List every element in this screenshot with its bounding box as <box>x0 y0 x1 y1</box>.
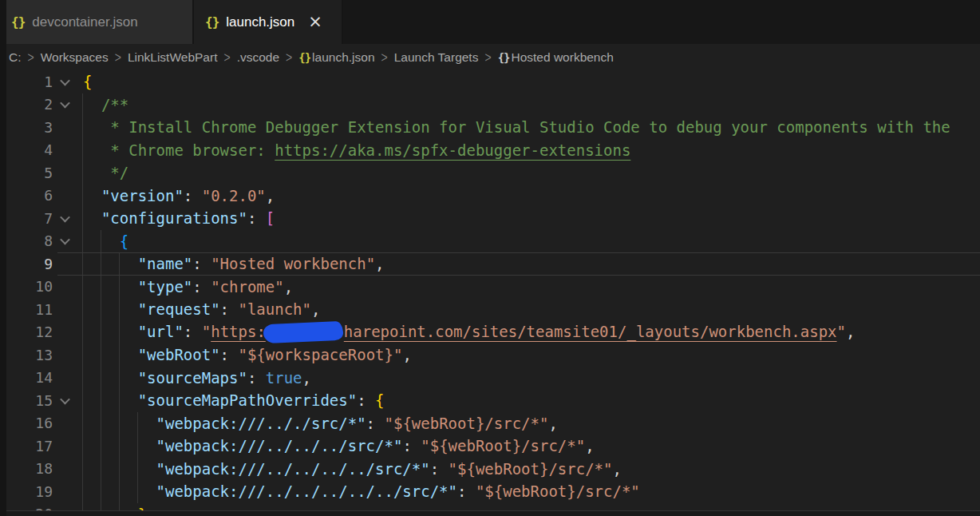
code-line[interactable]: 3 * Install Chrome Debugger Extension fo… <box>0 116 980 139</box>
gutter: 4 <box>0 139 77 162</box>
fold-chevron-icon[interactable] <box>60 394 70 404</box>
line-number: 17 <box>0 438 53 454</box>
code-token: , <box>302 369 311 387</box>
code-token: , <box>311 300 320 318</box>
line-number: 6 <box>0 187 53 204</box>
code-line[interactable]: 11 "request": "launch", <box>0 298 980 321</box>
breadcrumb-separator-icon: > <box>27 50 35 65</box>
tab-launch.json[interactable]: {}launch.json× <box>194 0 343 44</box>
breadcrumb-item-hosted-workbench[interactable]: {}Hosted workbench <box>498 50 614 65</box>
code-line-content[interactable]: "webpack:///../../../../../src/*": "${we… <box>77 482 640 500</box>
code-line[interactable]: 5 */ <box>0 161 980 185</box>
code-token: "${webRoot}/src/*" <box>476 482 640 500</box>
code-line[interactable]: 12 "url": "https:harepoint.com/sites/tea… <box>0 321 980 344</box>
fold-column <box>53 78 77 85</box>
tab-label: launch.json <box>226 14 294 30</box>
line-number: 14 <box>0 369 53 386</box>
code-line-content[interactable]: "webpack:///../../../src/*": "${webRoot}… <box>77 437 595 454</box>
line-number: 7 <box>0 210 53 227</box>
tab-label: devcontainer.json <box>32 14 137 30</box>
code-line-content[interactable]: * Install Chrome Debugger Extension for … <box>77 118 950 136</box>
breadcrumb-item-c-[interactable]: C: <box>9 50 22 65</box>
code-line-content[interactable]: { <box>77 73 92 90</box>
code-line-content[interactable]: "version": "0.2.0", <box>77 187 275 204</box>
code-token: "sourceMaps" <box>83 369 247 387</box>
code-line[interactable]: 17 "webpack:///../../../src/*": "${webRo… <box>0 435 980 458</box>
breadcrumb-label: Hosted workbench <box>511 50 613 64</box>
json-file-icon: {} <box>11 14 25 30</box>
code-line-content[interactable]: { <box>77 232 128 250</box>
code-line-content[interactable]: "sourceMapPathOverrides": { <box>77 391 385 409</box>
code-line-content[interactable]: "webpack:///.././src/*": "${webRoot}/src… <box>77 415 558 432</box>
line-number: 9 <box>0 256 53 272</box>
code-line-content[interactable]: "configurations": [ <box>77 209 275 227</box>
code-token: : <box>192 278 211 296</box>
code-token: , <box>266 187 275 204</box>
code-line-content[interactable]: "sourceMaps": true, <box>77 369 311 387</box>
code-line-content[interactable]: "name": "Hosted workbench", <box>77 255 385 272</box>
code-line-content[interactable]: * Chrome browser: https://aka.ms/spfx-de… <box>77 141 630 159</box>
code-line[interactable]: 19 "webpack:///../../../../../src/*": "$… <box>0 480 980 503</box>
code-line[interactable]: 2 /** <box>0 93 980 117</box>
code-token: " <box>202 323 211 340</box>
code-line[interactable]: 10 "type": "chrome", <box>0 276 980 299</box>
fold-chevron-icon[interactable] <box>60 212 70 222</box>
code-line-content[interactable]: /** <box>77 96 128 113</box>
line-number: 11 <box>0 301 53 318</box>
breadcrumb-separator-icon: > <box>223 50 231 65</box>
breadcrumb-item-launch-json[interactable]: {}launch.json <box>298 50 374 65</box>
gutter: 3 <box>0 116 77 139</box>
line-number: 13 <box>0 347 53 363</box>
code-editor[interactable]: 1{2 /**3 * Install Chrome Debugger Exten… <box>0 70 980 516</box>
gutter: 7 <box>0 207 77 230</box>
code-token: : <box>430 460 449 478</box>
code-token: "${webRoot}/src/*" <box>421 437 585 454</box>
fold-chevron-icon[interactable] <box>60 235 70 245</box>
code-line[interactable]: 8 { <box>0 230 980 253</box>
json-file-icon: {} <box>205 14 219 30</box>
code-line[interactable]: 16 "webpack:///.././src/*": "${webRoot}/… <box>0 412 980 435</box>
code-line-content[interactable]: */ <box>77 164 128 181</box>
gutter: 11 <box>0 298 77 321</box>
gutter: 17 <box>0 435 77 458</box>
code-token: "launch" <box>238 300 311 318</box>
code-token: "request" <box>83 300 220 318</box>
code-line[interactable]: 18 "webpack:///../../../../src/*": "${we… <box>0 458 980 481</box>
gutter: 16 <box>0 412 77 435</box>
code-line[interactable]: 14 "sourceMaps": true, <box>0 367 980 390</box>
code-line[interactable]: 15 "sourceMapPathOverrides": { <box>0 389 980 412</box>
code-line-content[interactable]: "webRoot": "${workspaceRoot}", <box>77 346 412 363</box>
code-token: [ <box>266 209 275 227</box>
code-token: true <box>266 369 302 387</box>
close-icon[interactable]: × <box>308 14 322 30</box>
code-token: */ <box>83 164 128 181</box>
code-line[interactable]: 4 * Chrome browser: https://aka.ms/spfx-… <box>0 139 980 162</box>
breadcrumb-label: Launch Targets <box>394 50 479 64</box>
code-line-content[interactable]: "request": "launch", <box>77 300 320 318</box>
breadcrumb-item-workspaces[interactable]: Workspaces <box>41 50 109 65</box>
code-line[interactable]: 7 "configurations": [ <box>0 207 980 230</box>
code-line[interactable]: 6 "version": "0.2.0", <box>0 185 980 208</box>
code-line[interactable]: 13 "webRoot": "${workspaceRoot}", <box>0 343 980 367</box>
code-line[interactable]: 9 "name": "Hosted workbench", <box>0 252 980 276</box>
breadcrumb-item-linklistwebpart[interactable]: LinkListWebPart <box>128 50 218 65</box>
code-token: : <box>247 369 266 387</box>
line-number: 10 <box>0 278 53 295</box>
code-line-content[interactable]: "webpack:///../../../../src/*": "${webRo… <box>77 460 622 478</box>
gutter: 1 <box>0 70 77 93</box>
code-token: { <box>375 391 384 409</box>
breadcrumb-item-launch-targets[interactable]: Launch Targets <box>394 50 479 65</box>
code-line-content[interactable]: "url": "https:harepoint.com/sites/teamsi… <box>77 323 855 342</box>
code-line[interactable]: 1{ <box>0 70 980 93</box>
fold-column <box>53 397 77 404</box>
fold-column <box>53 101 77 108</box>
gutter: 9 <box>0 252 77 276</box>
fold-chevron-icon[interactable] <box>60 75 70 85</box>
fold-chevron-icon[interactable] <box>60 98 70 109</box>
code-line-content[interactable]: "type": "chrome", <box>77 278 293 296</box>
code-token: "name" <box>83 255 192 272</box>
breadcrumb-item--vscode[interactable]: .vscode <box>237 50 279 65</box>
code-token: , <box>612 460 621 478</box>
code-token: "chrome" <box>211 278 284 296</box>
tab-devcontainer.json[interactable]: {}devcontainer.json <box>0 0 194 44</box>
